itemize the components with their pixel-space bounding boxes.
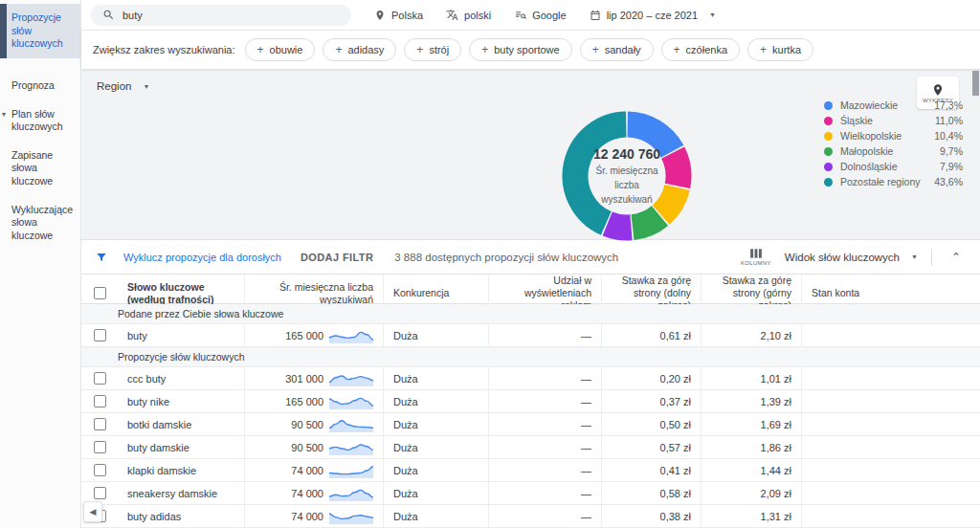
sidebar: Propozycje słów kluczowychPrognoza▾Plan …	[0, 0, 81, 528]
competition-cell: Duża	[383, 367, 488, 389]
plus-icon: +	[674, 43, 680, 56]
location-pin-icon	[374, 10, 386, 21]
filter-bar: Wyklucz propozycje dla dorosłych DODAJ F…	[81, 240, 980, 274]
donut-segment-wielkopolskie[interactable]	[661, 187, 678, 215]
main-area: Polska polski Google lip 2020 – cze 2021…	[81, 0, 980, 528]
sidebar-item-3[interactable]: Zapisane słowa kluczowe	[0, 142, 80, 196]
table-body: Podane przez Ciebie słowa kluczowebuty16…	[81, 304, 980, 528]
collapse-table-button[interactable]: ⌃	[946, 251, 967, 264]
chevron-down-icon: ▼	[143, 83, 149, 90]
bid-low-cell: 0,20 zł	[601, 367, 701, 389]
legend-label: Śląskie	[840, 115, 932, 126]
volume-value: 74 000	[291, 465, 323, 476]
broaden-chip-5[interactable]: +czółenka	[661, 38, 740, 61]
legend-item[interactable]: Małopolskie9,7%	[824, 145, 963, 157]
horizontal-scroll-left-button[interactable]: ◀	[83, 501, 102, 522]
legend-item[interactable]: Mazowieckie17,3%	[824, 99, 963, 111]
targeting-settings: Polska polski Google lip 2020 – cze 2021…	[365, 5, 725, 25]
columns-button[interactable]: KOLUMNY	[741, 248, 771, 266]
row-checkbox[interactable]	[94, 372, 106, 385]
broaden-chip-6[interactable]: +kurtka	[747, 38, 813, 61]
keyword-row-buty-adidas[interactable]: buty adidas74 000Duża—0,38 zł1,31 zł	[81, 505, 980, 528]
row-checkbox[interactable]	[94, 395, 106, 407]
broaden-chip-1[interactable]: +adidasy	[323, 38, 396, 61]
legend-value: 11,0%	[932, 115, 963, 126]
ad-share-cell: —	[488, 413, 601, 435]
location-pin-icon	[931, 83, 945, 97]
broaden-chip-3[interactable]: +buty sportowe	[469, 38, 572, 61]
trend-sparkline	[329, 328, 373, 343]
legend-item[interactable]: Pozostałe regiony43,6%	[824, 176, 963, 187]
competition-cell: Duża	[383, 436, 488, 458]
donut-segment-dolnośląskie[interactable]	[608, 224, 632, 228]
sidebar-item-label: Wykluczające słowa kluczowe	[11, 204, 73, 241]
legend-item[interactable]: Wielkopolskie10,4%	[824, 130, 963, 142]
bid-high-cell: 1,86 zł	[701, 436, 801, 458]
volume-cell: 301 000	[244, 367, 383, 389]
view-dropdown[interactable]: Widok słów kluczowych ▼	[785, 252, 918, 263]
legend-item[interactable]: Śląskie11,0%	[824, 115, 963, 126]
row-checkbox[interactable]	[94, 418, 106, 430]
sidebar-item-0[interactable]: Propozycje słów kluczowych	[0, 4, 80, 58]
keyword-row-buty-nike[interactable]: buty nike165 000Duża—0,37 zł1,39 zł	[81, 390, 980, 413]
broaden-chip-0[interactable]: +obuwie	[245, 38, 316, 61]
topbar: Polska polski Google lip 2020 – cze 2021…	[81, 0, 980, 31]
add-filter-button[interactable]: DODAJ FILTR	[301, 252, 373, 263]
language-setting[interactable]: polski	[436, 5, 501, 25]
region-dropdown[interactable]: Region ▼	[97, 80, 149, 92]
trend-sparkline	[329, 509, 373, 524]
ad-share-cell: —	[488, 390, 601, 412]
columns-icon	[749, 248, 763, 259]
columns-label: KOLUMNY	[741, 260, 771, 266]
keyword-row-buty[interactable]: buty165 000Duża—0,61 zł2,10 zł	[81, 324, 980, 347]
keyword-cell: buty nike	[118, 390, 244, 412]
keyword-search-input[interactable]	[122, 10, 314, 21]
sidebar-item-4[interactable]: Wykluczające słowa kluczowe	[0, 196, 80, 251]
trend-sparkline	[329, 440, 373, 455]
table-header-row: Słowo kluczowe (według trafności) Śr. mi…	[81, 274, 980, 304]
keyword-row-ccc-buty[interactable]: ccc buty301 000Duża—0,20 zł1,01 zł	[81, 367, 980, 390]
expand-caret-icon[interactable]: ▾	[2, 110, 6, 120]
legend-label: Wielkopolskie	[840, 130, 932, 142]
row-checkbox[interactable]	[94, 464, 106, 476]
legend-item[interactable]: Dolnośląskie7,9%	[824, 161, 963, 172]
network-setting[interactable]: Google	[504, 5, 575, 25]
keyword-cell: buty	[118, 324, 244, 346]
network-label: Google	[532, 10, 566, 21]
broaden-chip-4[interactable]: +sandały	[580, 38, 654, 61]
region-label: Region	[97, 80, 131, 92]
chip-label: sandały	[605, 44, 641, 55]
competition-cell: Duża	[383, 505, 488, 527]
vertical-scrollbar-thumb[interactable]	[972, 71, 979, 96]
region-donut-chart[interactable]: 12 240 760 Śr. miesięczna liczba wyszuki…	[560, 109, 694, 243]
chip-label: strój	[429, 44, 449, 55]
sidebar-item-2[interactable]: ▾Plan słów kluczowych	[0, 100, 80, 142]
legend-value: 9,7%	[932, 145, 963, 157]
keyword-row-sneakersy-damskie[interactable]: sneakersy damskie74 000Duża—0,58 zł2,09 …	[81, 482, 980, 505]
sidebar-item-1[interactable]: Prognoza	[0, 72, 80, 100]
volume-cell: 90 500	[244, 436, 383, 458]
row-checkbox[interactable]	[94, 441, 106, 453]
row-checkbox[interactable]	[94, 329, 106, 341]
row-checkbox-cell	[81, 413, 118, 435]
donut-segment-śląskie[interactable]	[673, 153, 679, 187]
broaden-chip-2[interactable]: +strój	[404, 38, 461, 61]
select-all-checkbox[interactable]	[94, 287, 106, 299]
keyword-search-box[interactable]	[91, 5, 351, 26]
broaden-search-bar: Zwiększ zakres wyszukiwania: +obuwie+adi…	[81, 31, 980, 69]
account-status-cell	[801, 459, 980, 481]
donut-segment-małopolskie[interactable]	[633, 216, 660, 228]
donut-segment-pozostałe-regiony[interactable]	[575, 124, 626, 223]
row-checkbox[interactable]	[94, 487, 106, 499]
legend-value: 17,3%	[932, 99, 963, 111]
keyword-row-botki-damskie[interactable]: botki damskie90 500Duża—0,50 zł1,69 zł	[81, 413, 980, 436]
bid-low-cell: 0,50 zł	[601, 413, 701, 435]
location-setting[interactable]: Polska	[365, 6, 433, 25]
keyword-row-klapki-damskie[interactable]: klapki damskie74 000Duża—0,41 zł1,44 zł	[81, 459, 980, 482]
donut-segment-mazowieckie[interactable]	[628, 124, 673, 151]
exclude-adult-link[interactable]: Wyklucz propozycje dla dorosłych	[123, 252, 281, 263]
bid-low-cell: 0,38 zł	[601, 505, 701, 527]
chip-label: buty sportowe	[494, 44, 559, 55]
keyword-row-buty-damskie[interactable]: buty damskie90 500Duża—0,57 zł1,86 zł	[81, 436, 980, 459]
date-range-setting[interactable]: lip 2020 – cze 2021 ▼	[580, 6, 725, 25]
